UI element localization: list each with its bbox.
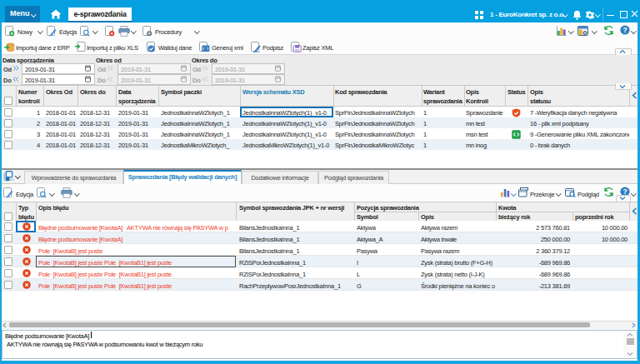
svg-text:?: ? (623, 26, 628, 34)
